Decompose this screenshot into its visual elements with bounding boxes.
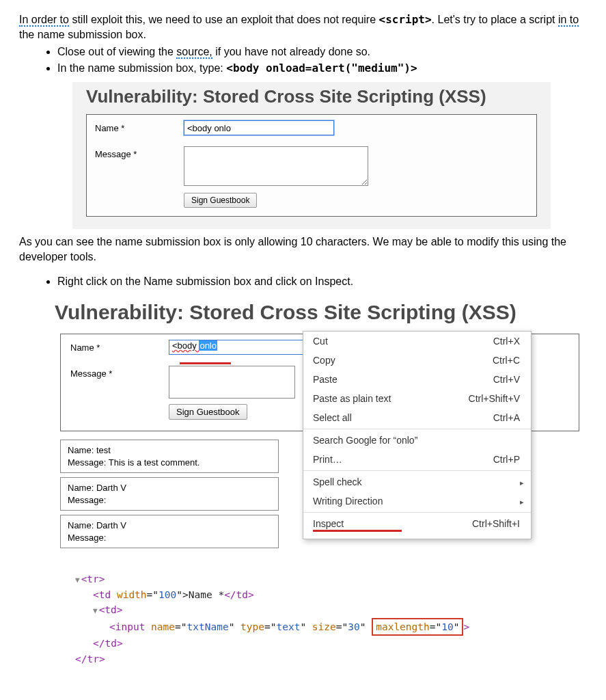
ctx-paste-plain[interactable]: Paste as plain textCtrl+Shift+V <box>303 389 531 408</box>
bullet-type-payload: In the name submission box, type: <body … <box>57 61 587 76</box>
ctx-cut[interactable]: CutCtrl+X <box>303 332 531 351</box>
message-label: Message * <box>95 146 184 159</box>
code-line-input: <input name="txtName" type="text" size="… <box>75 618 587 636</box>
name-input[interactable] <box>184 120 334 135</box>
message-input[interactable] <box>184 146 368 186</box>
instruction-list-2: Right click on the Name submission box a… <box>19 274 587 289</box>
dvwa-screenshot-1: Vulnerability: Stored Cross Site Scripti… <box>72 82 551 229</box>
code-line: ▼<tr> <box>75 571 587 587</box>
ctx-search-google[interactable]: Search Google for “onlo” <box>303 431 531 450</box>
dvwa-heading: Vulnerability: Stored Cross Site Scripti… <box>55 301 600 324</box>
sign-guestbook-button[interactable]: Sign Guestbook <box>169 404 247 420</box>
code-line: </td> <box>75 636 587 651</box>
dvwa-screenshot-2: Vulnerability: Stored Cross Site Scripti… <box>40 298 600 556</box>
spellflag-source: source, <box>176 46 212 59</box>
bullet-close-source: Close out of viewing the source, if you … <box>57 44 587 59</box>
message-input[interactable] <box>169 366 295 399</box>
disclosure-triangle-icon[interactable]: ▼ <box>75 574 80 586</box>
ctx-copy[interactable]: CopyCtrl+C <box>303 351 531 370</box>
ctx-spell-check[interactable]: Spell check <box>303 472 531 492</box>
guestbook-entry: Name: test Message: This is a test comme… <box>60 440 279 473</box>
code-line: ▼<td> <box>75 602 587 617</box>
annotation-underline-inspect <box>313 530 402 532</box>
spellflag-in-to: in to <box>558 14 579 27</box>
sign-guestbook-button[interactable]: Sign Guestbook <box>184 193 257 208</box>
intro-paragraph: In order to still exploit this, we need … <box>19 12 587 42</box>
devtools-elements-snippet: ▼<tr> <td width="100">Name *</td> ▼<td> … <box>75 571 587 667</box>
instruction-list-1: Close out of viewing the source, if you … <box>19 44 587 75</box>
code-line: <td width="100">Name *</td> <box>75 587 587 602</box>
guestbook-entry: Name: Darth V Message: <box>60 477 279 511</box>
bullet-inspect: Right click on the Name submission box a… <box>57 274 587 289</box>
name-label: Name * <box>70 340 169 353</box>
mid-paragraph: As you can see the name submission box i… <box>19 234 587 264</box>
message-label: Message * <box>70 366 169 379</box>
code-body-onload: <body onload=alert("medium")> <box>226 62 417 75</box>
disclosure-triangle-icon[interactable]: ▼ <box>93 605 98 617</box>
guestbook-form: Name * Message * Sign Guestbook <box>86 114 537 217</box>
dvwa-heading: Vulnerability: Stored Cross Site Scripti… <box>86 86 551 107</box>
selected-text: onlo <box>199 340 217 351</box>
ctx-paste[interactable]: PasteCtrl+V <box>303 370 531 389</box>
annotation-underline-input <box>180 362 231 364</box>
spellflag-in-order-to: In order to <box>19 14 69 27</box>
ctx-inspect[interactable]: InspectCtrl+Shift+I <box>303 514 531 539</box>
ctx-print[interactable]: Print…Ctrl+P <box>303 450 531 469</box>
ctx-writing-direction[interactable]: Writing Direction <box>303 492 531 511</box>
context-menu: CutCtrl+X CopyCtrl+C PasteCtrl+V Paste a… <box>303 331 532 539</box>
ctx-select-all[interactable]: Select allCtrl+A <box>303 408 531 427</box>
annotation-maxlength-box: maxlength="10" <box>372 618 463 636</box>
code-line: </tr> <box>75 651 587 667</box>
name-label: Name * <box>95 120 184 133</box>
guestbook-entry: Name: Darth V Message: <box>60 515 279 548</box>
code-script-tag: <script> <box>379 13 432 26</box>
